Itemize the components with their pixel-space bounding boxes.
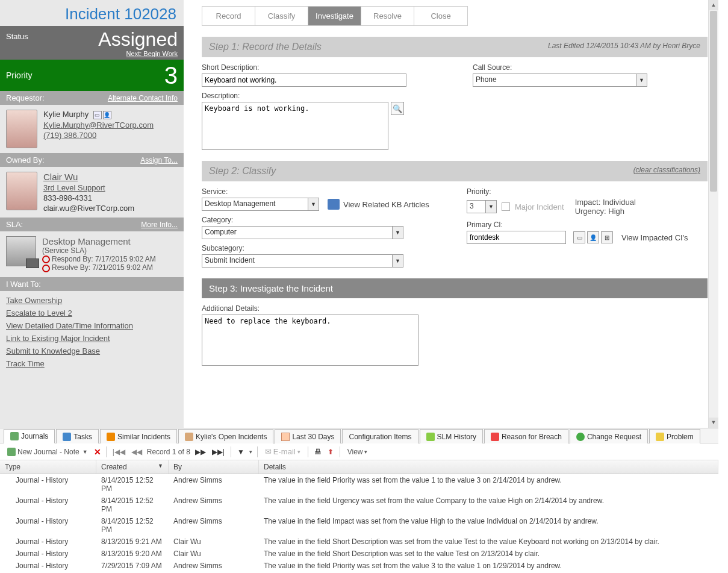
take-ownership-link[interactable]: Take Ownership bbox=[6, 296, 178, 305]
email-button[interactable]: ✉ E-mail ▾ bbox=[263, 446, 303, 457]
track-time-link[interactable]: Track Time bbox=[6, 359, 178, 368]
ownedby-header: Owned By: Assign To... bbox=[0, 153, 184, 167]
call-source-label: Call Source: bbox=[473, 63, 647, 72]
dropdown-icon[interactable]: ▼ bbox=[393, 226, 403, 239]
person-icon bbox=[185, 433, 193, 441]
addl-details-textarea[interactable] bbox=[202, 315, 418, 366]
link-major-link[interactable]: Link to Existing Major Incident bbox=[6, 334, 178, 343]
bottom-tabs: Journals Tasks Similar Incidents Kylie's… bbox=[0, 428, 718, 443]
sla-block: Desktop Management (Service SLA) Respond… bbox=[0, 231, 184, 277]
primary-ci-label: Primary CI: bbox=[467, 221, 708, 229]
prev-record-button[interactable]: ◀◀ bbox=[130, 448, 143, 456]
view-datetime-link[interactable]: View Detailed Date/Time Information bbox=[6, 321, 178, 330]
owner-name[interactable]: Clair Wu bbox=[43, 172, 134, 182]
addl-details-label: Additional Details: bbox=[202, 304, 708, 313]
status-value: Assigned bbox=[98, 30, 178, 49]
table-row[interactable]: Journal - History8/14/2015 12:52 PMAndre… bbox=[0, 515, 718, 536]
incident-title: Incident 102028 bbox=[0, 0, 184, 26]
next-record-button[interactable]: ▶▶ bbox=[194, 448, 207, 456]
col-by[interactable]: By bbox=[169, 460, 259, 474]
dropdown-icon[interactable]: ▼ bbox=[308, 198, 319, 211]
ci-person-icon[interactable]: 👤 bbox=[587, 231, 599, 243]
step1-header: Step 1: Record the Details Last Edited 1… bbox=[202, 37, 708, 57]
person-icon[interactable]: 👤 bbox=[103, 111, 111, 119]
table-row[interactable]: Journal - History8/14/2015 12:52 PMAndre… bbox=[0, 474, 718, 495]
filter-button[interactable]: ▼ bbox=[236, 448, 246, 456]
requestor-email[interactable]: Kylie.Murphy@RiverTCorp.com bbox=[43, 121, 154, 130]
btab-open[interactable]: Kylie's Open Incidents bbox=[178, 429, 273, 443]
status-block: Status Assigned Next: Begin Work bbox=[0, 26, 184, 60]
priority-select[interactable]: 3 bbox=[467, 200, 486, 213]
record-position: Record 1 of 8 bbox=[147, 448, 190, 456]
btab-tasks[interactable]: Tasks bbox=[56, 429, 99, 443]
btab-breach[interactable]: Reason for Breach bbox=[484, 429, 568, 443]
table-row[interactable]: Journal - History8/13/2015 9:21 AMClair … bbox=[0, 536, 718, 548]
next-action-link[interactable]: Next: Begin Work bbox=[98, 50, 178, 57]
scroll-up-icon[interactable]: ▲ bbox=[709, 0, 718, 10]
export-button[interactable]: ⬆ bbox=[326, 448, 335, 456]
tab-close[interactable]: Close bbox=[414, 7, 467, 25]
new-journal-button[interactable]: New Journal - Note▼ bbox=[5, 446, 90, 457]
assign-to-link[interactable]: Assign To... bbox=[140, 156, 178, 164]
btab-ci[interactable]: Configuration Items bbox=[342, 429, 418, 443]
tab-record[interactable]: Record bbox=[202, 7, 255, 25]
iwant-links: Take Ownership Escalate to Level 2 View … bbox=[0, 291, 184, 373]
chart-icon bbox=[426, 433, 435, 441]
sla-more-link[interactable]: More Info... bbox=[141, 221, 178, 229]
btab-30days[interactable]: Last 30 Days bbox=[275, 429, 341, 443]
submit-kb-link[interactable]: Submit to Knowledge Base bbox=[6, 346, 178, 355]
col-type[interactable]: Type bbox=[0, 460, 96, 474]
table-row[interactable]: Journal - History8/14/2015 12:52 PMAndre… bbox=[0, 495, 718, 515]
btab-change[interactable]: Change Request bbox=[570, 429, 648, 443]
zoom-icon[interactable]: 🔍 bbox=[391, 102, 404, 115]
desc-textarea[interactable] bbox=[202, 102, 388, 150]
btab-slm[interactable]: SLM History bbox=[420, 429, 483, 443]
dropdown-icon[interactable]: ▼ bbox=[636, 74, 647, 87]
tab-classify[interactable]: Classify bbox=[255, 7, 308, 25]
table-row[interactable]: Journal - History7/29/2015 7:09 AMAndrew… bbox=[0, 560, 718, 572]
category-select[interactable]: Computer bbox=[202, 226, 393, 239]
requestor-phone[interactable]: (719) 386.7000 bbox=[43, 131, 154, 140]
btab-journals[interactable]: Journals bbox=[4, 429, 55, 443]
first-record-button[interactable]: |◀◀ bbox=[111, 448, 126, 456]
primary-ci-input[interactable] bbox=[467, 231, 566, 244]
last-record-button[interactable]: ▶▶| bbox=[211, 448, 226, 456]
calendar-icon bbox=[281, 433, 290, 441]
tab-resolve[interactable]: Resolve bbox=[361, 7, 414, 25]
view-button[interactable]: View ▾ bbox=[345, 446, 370, 457]
view-impacted-ci-link[interactable]: View Impacted CI's bbox=[621, 233, 688, 242]
sla-sub: (Service SLA) bbox=[42, 246, 156, 255]
scroll-down-icon[interactable]: ▼ bbox=[709, 418, 718, 428]
card-icon[interactable]: ▭ bbox=[93, 111, 102, 119]
owner-phone: 833-898-4331 bbox=[43, 193, 134, 202]
owner-team[interactable]: 3rd Level Support bbox=[43, 183, 134, 192]
short-desc-input[interactable] bbox=[202, 74, 406, 87]
kb-articles-link[interactable]: View Related KB Articles bbox=[343, 200, 429, 209]
scroll-thumb[interactable] bbox=[710, 11, 717, 192]
vertical-scrollbar[interactable]: ▲ ▼ bbox=[708, 0, 718, 428]
service-select[interactable]: Desktop Management bbox=[202, 198, 308, 211]
warn-icon bbox=[656, 433, 664, 441]
table-row[interactable]: Journal - History8/13/2015 9:20 AMClair … bbox=[0, 548, 718, 560]
col-details[interactable]: Details bbox=[259, 460, 718, 474]
status-label: Status bbox=[6, 30, 28, 41]
dropdown-icon[interactable]: ▼ bbox=[393, 254, 403, 268]
print-button[interactable]: 🖶 bbox=[313, 448, 323, 456]
ci-tree-icon[interactable]: ⊞ bbox=[601, 231, 613, 243]
major-incident-checkbox[interactable] bbox=[502, 202, 510, 211]
call-source-select[interactable]: Phone bbox=[473, 74, 636, 87]
clear-classifications-link[interactable]: (clear classifications) bbox=[633, 166, 700, 177]
tab-investigate[interactable]: Investigate bbox=[308, 7, 361, 25]
requestor-avatar bbox=[6, 110, 37, 148]
dropdown-icon[interactable]: ▼ bbox=[486, 200, 497, 213]
delete-button[interactable]: ✕ bbox=[94, 447, 101, 457]
col-created[interactable]: Created ▼ bbox=[96, 460, 169, 474]
escalate-link[interactable]: Escalate to Level 2 bbox=[6, 308, 178, 318]
subcategory-select[interactable]: Submit Incident bbox=[202, 254, 393, 268]
btab-similar[interactable]: Similar Incidents bbox=[100, 429, 177, 443]
computer-icon bbox=[6, 236, 36, 266]
ci-card-icon[interactable]: ▭ bbox=[573, 231, 585, 243]
alternate-contact-link[interactable]: Alternate Contact Info bbox=[108, 94, 178, 102]
btab-problem[interactable]: Problem bbox=[649, 429, 700, 443]
desc-label: Description: bbox=[202, 92, 406, 100]
